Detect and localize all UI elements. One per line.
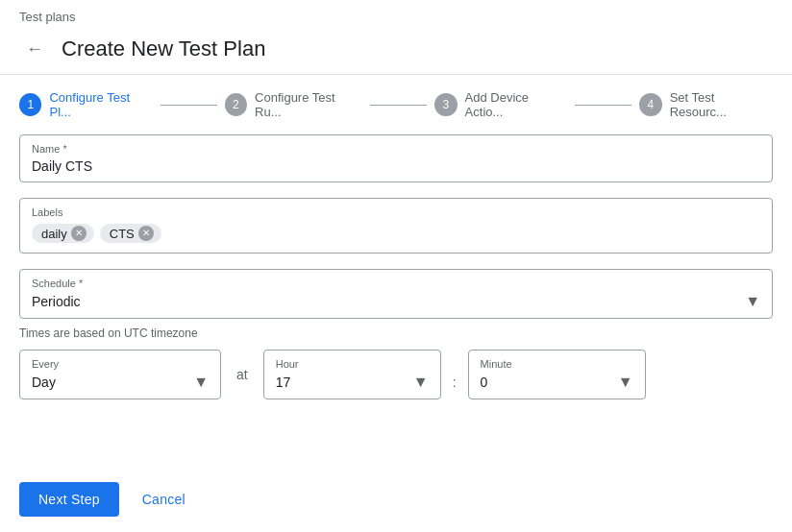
breadcrumb: Test plans bbox=[0, 0, 792, 30]
schedule-select-row: Periodic ▼ bbox=[32, 293, 760, 310]
timezone-note: Times are based on UTC timezone bbox=[19, 326, 773, 340]
step-2: 2 Configure Test Ru... bbox=[225, 90, 363, 119]
form-area: Name Labels daily ✕ CTS ✕ Schedule bbox=[0, 134, 792, 467]
step-2-label: Configure Test Ru... bbox=[255, 90, 362, 119]
cancel-button[interactable]: Cancel bbox=[135, 482, 193, 517]
colon-separator: : bbox=[453, 375, 457, 399]
at-label: at bbox=[236, 367, 248, 382]
every-value: Day bbox=[32, 375, 56, 390]
every-select[interactable]: Every Day ▼ bbox=[19, 350, 221, 399]
name-field-group: Name bbox=[19, 134, 773, 182]
every-label: Every bbox=[32, 358, 209, 370]
step-4-circle: 4 bbox=[639, 93, 661, 116]
periodic-row: Every Day ▼ at Hour 17 ▼ bbox=[19, 350, 773, 399]
hour-value: 17 bbox=[276, 375, 291, 390]
chip-daily-remove[interactable]: ✕ bbox=[71, 226, 87, 241]
step-connector-1 bbox=[161, 105, 217, 106]
name-label: Name bbox=[32, 143, 760, 155]
schedule-label: Schedule bbox=[32, 278, 760, 289]
step-1-label: Configure Test Pl... bbox=[49, 90, 152, 119]
next-step-button[interactable]: Next Step bbox=[19, 482, 119, 517]
footer: Next Step Cancel bbox=[0, 467, 792, 532]
minute-label: Minute bbox=[481, 358, 633, 370]
name-input[interactable] bbox=[32, 158, 760, 174]
step-4: 4 Set Test Resourc... bbox=[639, 90, 773, 119]
hour-select[interactable]: Hour 17 ▼ bbox=[263, 350, 441, 399]
minute-select[interactable]: Minute 0 ▼ bbox=[468, 350, 646, 399]
minute-row: 0 ▼ bbox=[481, 374, 633, 391]
step-1-circle: 1 bbox=[19, 93, 41, 116]
step-3: 3 Add Device Actio... bbox=[434, 90, 567, 119]
hour-chevron-icon: ▼ bbox=[413, 374, 429, 391]
chip-cts-text: CTS bbox=[110, 227, 135, 241]
chip-daily-text: daily bbox=[41, 227, 67, 241]
hour-row: 17 ▼ bbox=[276, 374, 429, 391]
step-3-circle: 3 bbox=[434, 93, 458, 116]
back-button[interactable]: ← bbox=[19, 34, 50, 64]
minute-value: 0 bbox=[481, 375, 488, 390]
labels-container: daily ✕ CTS ✕ bbox=[32, 222, 760, 245]
step-3-label: Add Device Actio... bbox=[465, 90, 568, 119]
step-connector-3 bbox=[575, 105, 631, 106]
hour-label: Hour bbox=[276, 358, 429, 370]
page-title: Create New Test Plan bbox=[62, 36, 265, 61]
schedule-section: Schedule Periodic ▼ Times are based on U… bbox=[19, 269, 773, 399]
chip-daily: daily ✕ bbox=[32, 224, 94, 243]
step-connector-2 bbox=[370, 105, 427, 106]
chip-cts: CTS ✕ bbox=[100, 224, 161, 243]
step-1: 1 Configure Test Pl... bbox=[19, 90, 153, 119]
minute-chevron-icon: ▼ bbox=[618, 374, 633, 391]
every-chevron-icon: ▼ bbox=[193, 374, 209, 391]
labels-label: Labels bbox=[32, 206, 760, 218]
schedule-chevron-icon: ▼ bbox=[745, 293, 760, 310]
page-header: ← Create New Test Plan bbox=[0, 30, 792, 75]
back-icon: ← bbox=[26, 39, 43, 60]
labels-field-group: Labels daily ✕ CTS ✕ bbox=[19, 198, 773, 254]
step-4-label: Set Test Resourc... bbox=[670, 90, 773, 119]
schedule-select-wrapper[interactable]: Schedule Periodic ▼ bbox=[19, 269, 773, 319]
step-2-circle: 2 bbox=[225, 93, 248, 116]
stepper: 1 Configure Test Pl... 2 Configure Test … bbox=[0, 75, 792, 134]
schedule-value: Periodic bbox=[32, 294, 81, 309]
every-row: Day ▼ bbox=[32, 374, 209, 391]
chip-cts-remove[interactable]: ✕ bbox=[138, 226, 154, 241]
